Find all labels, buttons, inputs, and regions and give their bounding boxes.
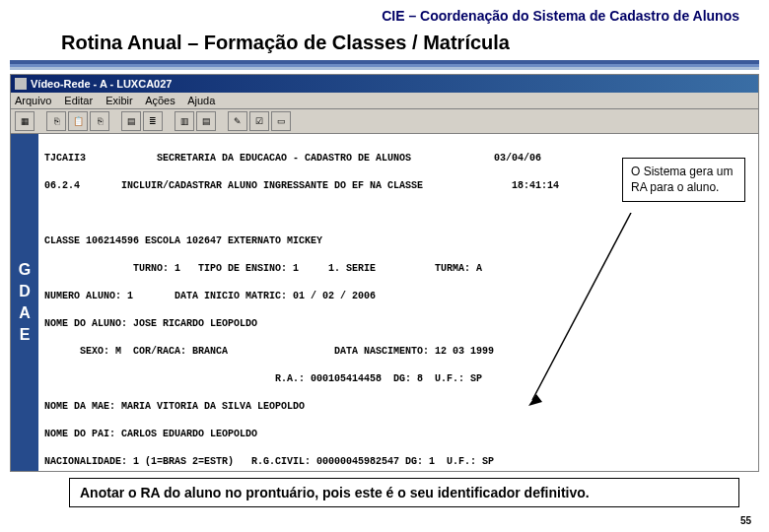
tool-paste-icon[interactable]: 📋: [68, 111, 88, 131]
toolbar: ▦ ⎘ 📋 ⎘ ▤ ≣ ▥ ▤ ✎ ☑ ▭: [11, 109, 758, 134]
sidebar-logo: G D A E: [11, 134, 38, 471]
header-divider: [10, 60, 759, 70]
sidebar-letter: A: [19, 304, 31, 322]
sidebar-letter: D: [19, 283, 31, 300]
page-title: Rotina Anual – Formação de Classes / Mat…: [0, 28, 769, 60]
menu-ajuda[interactable]: Ajuda: [187, 95, 215, 106]
sidebar-letter: G: [19, 261, 31, 279]
tool-btn-6[interactable]: ≣: [143, 111, 163, 131]
tool-btn-1[interactable]: ▦: [15, 111, 35, 131]
app-icon: [15, 78, 27, 90]
menu-acoes[interactable]: Ações: [145, 95, 175, 106]
tool-btn-4[interactable]: ⎘: [90, 111, 109, 131]
header-org: CIE – Coordenação do Sistema de Cadastro…: [0, 0, 769, 28]
tool-btn-7[interactable]: ▥: [175, 111, 194, 131]
tool-copy-icon[interactable]: ⎘: [46, 111, 66, 131]
menubar: Arquivo Editar Exibir Ações Ajuda: [11, 93, 758, 109]
tool-edit-icon[interactable]: ✎: [228, 111, 247, 131]
window-titlebar: Vídeo-Rede - A - LUXCA027: [11, 75, 758, 93]
note-box: Anotar o RA do aluno no prontuário, pois…: [69, 478, 739, 507]
app-window: Vídeo-Rede - A - LUXCA027 Arquivo Editar…: [10, 74, 759, 472]
tool-btn-5[interactable]: ▤: [121, 111, 141, 131]
callout-box: O Sistema gera um RA para o aluno.: [622, 158, 745, 202]
sidebar-letter: E: [20, 326, 31, 344]
menu-exibir[interactable]: Exibir: [105, 95, 133, 106]
tool-check-icon[interactable]: ☑: [249, 111, 269, 131]
tool-btn-11[interactable]: ▭: [271, 111, 291, 131]
menu-editar[interactable]: Editar: [64, 95, 93, 106]
window-title: Vídeo-Rede - A - LUXCA027: [31, 78, 172, 90]
tool-btn-8[interactable]: ▤: [196, 111, 216, 131]
page-number: 55: [740, 515, 751, 526]
menu-arquivo[interactable]: Arquivo: [15, 95, 51, 106]
